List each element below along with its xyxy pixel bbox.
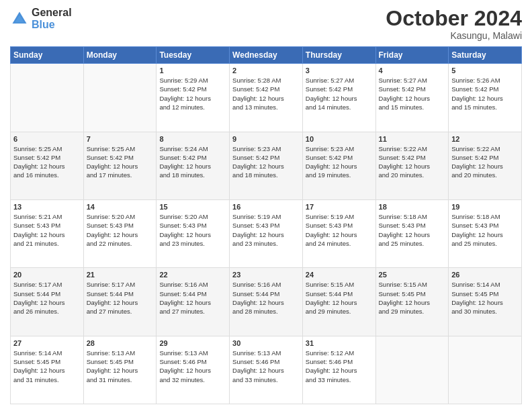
- calendar-cell-4-2: 29Sunrise: 5:13 AMSunset: 5:46 PMDayligh…: [157, 336, 230, 404]
- day-info-line: Daylight: 12 hours: [232, 367, 284, 374]
- day-info-line: Daylight: 12 hours: [232, 95, 284, 102]
- day-info-line: Sunrise: 5:14 AM: [451, 281, 500, 288]
- day-info-line: Sunset: 5:43 PM: [451, 222, 498, 229]
- day-info-line: Sunrise: 5:22 AM: [451, 145, 500, 152]
- day-info: Sunrise: 5:16 AMSunset: 5:44 PMDaylight:…: [232, 280, 300, 316]
- day-info: Sunrise: 5:12 AMSunset: 5:46 PMDaylight:…: [306, 349, 373, 384]
- day-number: 22: [159, 271, 226, 279]
- day-info: Sunrise: 5:29 AMSunset: 5:42 PMDaylight:…: [159, 76, 226, 111]
- day-info-line: Daylight: 12 hours: [159, 299, 211, 306]
- day-info-line: Sunset: 5:45 PM: [87, 358, 134, 365]
- day-info-line: Daylight: 12 hours: [13, 367, 65, 374]
- page-container: General Blue October 2024 Kasungu, Malaw…: [0, 0, 532, 411]
- calendar-cell-1-1: 7Sunrise: 5:25 AMSunset: 5:42 PMDaylight…: [83, 132, 157, 199]
- day-number: 26: [451, 271, 519, 279]
- day-info-line: Daylight: 12 hours: [451, 231, 503, 238]
- day-info-line: Sunrise: 5:14 AM: [13, 349, 62, 357]
- calendar-cell-3-3: 23Sunrise: 5:16 AMSunset: 5:44 PMDayligh…: [230, 268, 303, 336]
- day-info-line: Sunrise: 5:25 AM: [13, 145, 62, 152]
- day-info-line: Sunrise: 5:19 AM: [306, 213, 354, 220]
- day-number: 2: [232, 66, 300, 75]
- day-info: Sunrise: 5:14 AMSunset: 5:45 PMDaylight:…: [13, 349, 81, 384]
- day-number: 6: [13, 135, 81, 143]
- day-info-line: Sunrise: 5:27 AM: [306, 77, 354, 84]
- day-info-line: Sunrise: 5:13 AM: [232, 349, 281, 357]
- day-number: 14: [87, 203, 154, 211]
- calendar-cell-2-4: 17Sunrise: 5:19 AMSunset: 5:43 PMDayligh…: [302, 199, 375, 267]
- day-info-line: Sunset: 5:42 PM: [232, 85, 279, 93]
- day-info-line: and 25 minutes.: [379, 240, 425, 247]
- day-info-line: and 15 minutes.: [379, 103, 425, 111]
- day-info-line: Sunset: 5:42 PM: [306, 85, 353, 93]
- day-info: Sunrise: 5:17 AMSunset: 5:44 PMDaylight:…: [13, 280, 81, 316]
- day-info: Sunrise: 5:19 AMSunset: 5:43 PMDaylight:…: [232, 212, 300, 248]
- day-number: 15: [159, 203, 226, 211]
- day-info-line: Sunset: 5:42 PM: [451, 154, 498, 161]
- day-info-line: Daylight: 12 hours: [13, 299, 65, 306]
- day-info-line: Daylight: 12 hours: [159, 163, 211, 170]
- day-info: Sunrise: 5:22 AMSunset: 5:42 PMDaylight:…: [379, 144, 446, 180]
- calendar-cell-1-3: 9Sunrise: 5:23 AMSunset: 5:42 PMDaylight…: [230, 132, 303, 199]
- day-info-line: Daylight: 12 hours: [13, 231, 65, 238]
- day-info-line: and 33 minutes.: [232, 376, 278, 383]
- header: General Blue October 2024 Kasungu, Malaw…: [10, 7, 522, 41]
- calendar-cell-2-6: 19Sunrise: 5:18 AMSunset: 5:43 PMDayligh…: [449, 199, 522, 267]
- day-info-line: Sunrise: 5:15 AM: [379, 281, 427, 288]
- day-info: Sunrise: 5:19 AMSunset: 5:43 PMDaylight:…: [306, 212, 373, 248]
- calendar-cell-1-2: 8Sunrise: 5:24 AMSunset: 5:42 PMDaylight…: [157, 132, 230, 199]
- day-info-line: Daylight: 12 hours: [379, 163, 431, 170]
- day-info-line: Sunrise: 5:21 AM: [13, 213, 62, 220]
- day-info-line: and 20 minutes.: [379, 171, 425, 179]
- day-info: Sunrise: 5:18 AMSunset: 5:43 PMDaylight:…: [379, 212, 446, 248]
- calendar-cell-2-3: 16Sunrise: 5:19 AMSunset: 5:43 PMDayligh…: [230, 199, 303, 267]
- header-friday: Friday: [375, 47, 449, 64]
- day-info-line: and 21 minutes.: [13, 240, 59, 247]
- day-info: Sunrise: 5:27 AMSunset: 5:42 PMDaylight:…: [306, 76, 373, 111]
- calendar-cell-3-6: 26Sunrise: 5:14 AMSunset: 5:45 PMDayligh…: [449, 268, 522, 336]
- day-info: Sunrise: 5:27 AMSunset: 5:42 PMDaylight:…: [379, 76, 446, 111]
- weekday-header-row: Sunday Monday Tuesday Wednesday Thursday…: [11, 47, 522, 64]
- day-info-line: Daylight: 12 hours: [87, 231, 138, 238]
- day-info-line: Daylight: 12 hours: [306, 231, 357, 238]
- day-info: Sunrise: 5:21 AMSunset: 5:43 PMDaylight:…: [13, 212, 81, 248]
- day-info-line: Sunset: 5:42 PM: [13, 154, 60, 161]
- day-info-line: Sunset: 5:43 PM: [159, 222, 206, 229]
- location: Kasungu, Malawi: [386, 30, 522, 41]
- day-info-line: Daylight: 12 hours: [159, 95, 211, 102]
- calendar-cell-2-0: 13Sunrise: 5:21 AMSunset: 5:43 PMDayligh…: [11, 199, 84, 267]
- day-number: 30: [232, 339, 300, 347]
- calendar-cell-3-2: 22Sunrise: 5:16 AMSunset: 5:44 PMDayligh…: [157, 268, 230, 336]
- day-info-line: and 30 minutes.: [451, 308, 497, 315]
- day-info-line: Sunset: 5:44 PM: [159, 290, 206, 298]
- day-number: 17: [306, 203, 373, 211]
- header-sunday: Sunday: [11, 47, 84, 64]
- day-info-line: and 22 minutes.: [87, 240, 132, 247]
- calendar-cell-1-0: 6Sunrise: 5:25 AMSunset: 5:42 PMDaylight…: [11, 132, 84, 199]
- day-info-line: Sunrise: 5:19 AM: [232, 213, 281, 220]
- day-info-line: and 31 minutes.: [13, 376, 59, 383]
- day-info-line: Daylight: 12 hours: [379, 299, 431, 306]
- week-row-4: 20Sunrise: 5:17 AMSunset: 5:44 PMDayligh…: [11, 268, 522, 336]
- calendar-cell-0-1: [83, 64, 157, 132]
- day-info-line: Sunset: 5:44 PM: [306, 290, 353, 298]
- day-info-line: Sunset: 5:46 PM: [232, 358, 279, 365]
- day-info-line: Sunset: 5:43 PM: [87, 222, 134, 229]
- day-number: 7: [87, 135, 154, 143]
- day-info-line: and 28 minutes.: [232, 308, 278, 315]
- day-info-line: Daylight: 12 hours: [379, 95, 431, 102]
- day-info: Sunrise: 5:23 AMSunset: 5:42 PMDaylight:…: [232, 144, 300, 180]
- calendar-cell-4-5: [375, 336, 449, 404]
- day-info-line: and 29 minutes.: [306, 308, 351, 315]
- week-row-2: 6Sunrise: 5:25 AMSunset: 5:42 PMDaylight…: [11, 132, 522, 199]
- calendar-cell-0-4: 3Sunrise: 5:27 AMSunset: 5:42 PMDaylight…: [302, 64, 375, 132]
- day-info-line: and 19 minutes.: [306, 171, 351, 179]
- calendar-cell-0-3: 2Sunrise: 5:28 AMSunset: 5:42 PMDaylight…: [230, 64, 303, 132]
- day-info-line: Sunset: 5:43 PM: [379, 222, 426, 229]
- day-info-line: Sunrise: 5:16 AM: [159, 281, 208, 288]
- logo-blue-text: Blue: [32, 19, 72, 31]
- day-info-line: and 20 minutes.: [451, 171, 497, 179]
- day-info-line: Daylight: 12 hours: [87, 163, 138, 170]
- day-info: Sunrise: 5:20 AMSunset: 5:43 PMDaylight:…: [159, 212, 226, 248]
- day-info-line: Sunrise: 5:20 AM: [87, 213, 135, 220]
- calendar-cell-3-5: 25Sunrise: 5:15 AMSunset: 5:45 PMDayligh…: [375, 268, 449, 336]
